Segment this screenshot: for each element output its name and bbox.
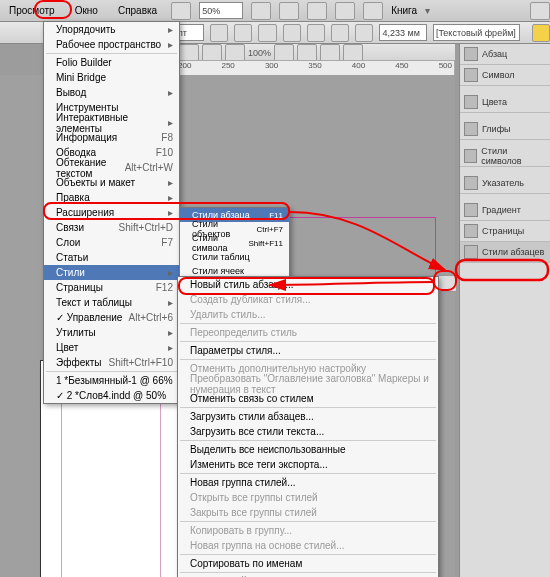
menu-item[interactable]: Параметры стиля... [178,343,438,358]
menu-item[interactable]: Выделить все неиспользованные [178,442,438,457]
menu-item[interactable]: 1 *Безымянный-1 @ 66% [44,373,179,388]
zoom-field[interactable]: 50% [199,2,243,19]
menu-item: Копировать в группу... [178,523,438,538]
side-panel-item[interactable]: Абзац [460,44,550,65]
menu-item[interactable]: Интерактивные элементы▸ [44,115,179,130]
menu-item: Переопределить стиль [178,325,438,340]
menu-item[interactable]: Новый стиль абзаца... [178,277,438,292]
menu-item[interactable]: Стили таблиц [180,250,289,264]
toolbar-icon[interactable] [251,2,271,20]
horizontal-ruler: 200250 300350 400450 500 [175,60,455,76]
menu-item[interactable]: СвязиShift+Ctrl+D [44,220,179,235]
menu-item[interactable]: Правка▸ [44,190,179,205]
menubar: Просмотр Окно Справка 50% Книга ▾ [0,0,550,22]
panel-icon [464,149,477,163]
objtype-field[interactable]: [Текстовый фрейм] [433,24,520,41]
panel-icon [464,224,478,238]
side-panel-item[interactable]: Градиент [460,200,550,221]
panel-icon [464,122,478,136]
menu-item[interactable]: Расширения▸ [44,205,179,220]
control-icon[interactable] [307,24,325,42]
menu-item[interactable]: Утилиты▸ [44,325,179,340]
menu-item: Закрыть все группы стилей [178,505,438,520]
menu-item[interactable]: Изменить все теги экспорта... [178,457,438,472]
menu-item[interactable]: Упорядочить▸ [44,22,179,37]
menu-item[interactable]: Загрузить все стили текста... [178,424,438,439]
menu-item[interactable]: Обтекание текстомAlt+Ctrl+W [44,160,179,175]
menu-view[interactable]: Просмотр [3,3,61,18]
panel-icon [464,176,478,190]
menu-item[interactable]: Folio Builder [44,55,179,70]
side-panel-item[interactable]: Символ [460,65,550,86]
mm-field[interactable]: 4,233 мм [379,24,426,41]
menu-item[interactable]: Стили символаShift+F11 [180,236,289,250]
panel-menu-button[interactable] [437,275,457,292]
page-margin [61,381,161,577]
menu-item[interactable]: ЭффектыShift+Ctrl+F10 [44,355,179,370]
menu-item: Создать дубликат стиля... [178,292,438,307]
toolbar-icon[interactable] [279,2,299,20]
search-icon[interactable] [530,2,550,20]
menu-item[interactable]: СлоиF7 [44,235,179,250]
menu-item[interactable]: СтраницыF12 [44,280,179,295]
panel-icon [464,245,478,259]
toolbar-icon[interactable] [335,2,355,20]
menu-item[interactable]: Объекты и макет▸ [44,175,179,190]
menu-item[interactable]: Новая группа стилей... [178,475,438,490]
menu-item: Преобразовать "Оглавление заголовка" Мар… [178,376,438,391]
menu-item[interactable]: Загрузить стили абзацев... [178,409,438,424]
control-icon[interactable] [258,24,276,42]
side-panel-item[interactable]: Цвета [460,92,550,113]
side-panel-item[interactable]: Страницы [460,221,550,242]
panel-icon [464,68,478,82]
menu-item[interactable]: Сортировать по именам [178,556,438,571]
control-icon[interactable] [283,24,301,42]
side-panel-item[interactable]: Глифы [460,119,550,140]
menu-window[interactable]: Окно [69,3,104,18]
menu-item[interactable]: Текст и таблицы▸ [44,295,179,310]
menu-item[interactable]: Статьи [44,250,179,265]
window-menu[interactable]: Упорядочить▸Рабочее пространство▸Folio B… [43,21,180,404]
toolbar-icon[interactable] [363,2,383,20]
control-icon[interactable] [234,24,252,42]
side-panel-item[interactable]: Стили абзацев [460,242,550,263]
toolbar-icon[interactable] [307,2,327,20]
menu-item[interactable]: ✓ УправлениеAlt+Ctrl+6 [44,310,179,325]
control-icon[interactable] [210,24,228,42]
flash-icon[interactable] [532,24,550,42]
panel-icon [464,47,478,61]
menu-item[interactable]: Рабочее пространство▸ [44,37,179,52]
menu-item[interactable]: ✓ 2 *Слов4.indd @ 50% [44,388,179,403]
control-icon[interactable] [331,24,349,42]
menu-item[interactable]: Цвет▸ [44,340,179,355]
side-panel-item[interactable]: Указатель [460,173,550,194]
panel-icon [464,203,478,217]
side-panel: АбзацСимволЦветаГлифыСтили символовУказа… [459,44,550,577]
menu-help[interactable]: Справка [112,3,163,18]
menu-item: Открыть все группы стилей [178,490,438,505]
menu-item[interactable]: Mini Bridge [44,70,179,85]
menu-item[interactable]: Вывод▸ [44,85,179,100]
panel-icon [464,95,478,109]
side-panel-item[interactable]: Стили символов [460,146,550,167]
paragraph-styles-panel-menu[interactable]: Новый стиль абзаца...Создать дубликат ст… [177,276,439,577]
control-icon[interactable] [355,24,373,42]
book-label: Книга [391,5,417,16]
toolbar-icon[interactable] [171,2,191,20]
menu-item: Новая группа на основе стилей... [178,538,438,553]
menu-item[interactable]: Стили▸ [44,265,179,280]
menu-item: Удалить стиль... [178,307,438,322]
